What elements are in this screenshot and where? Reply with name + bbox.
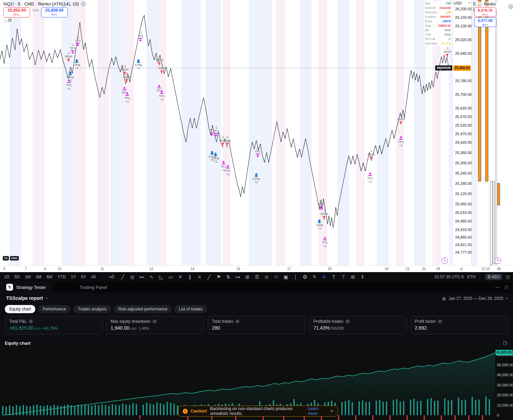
adjustment-toggle[interactable]: B-ADJ bbox=[485, 274, 502, 280]
metric-label: Total trades bbox=[212, 319, 233, 324]
short-entry-icon bbox=[224, 142, 230, 147]
equity-axis-label: 50,000.00 bbox=[497, 363, 513, 367]
marker-label: -1 bbox=[158, 63, 166, 66]
marker-label: +1 bbox=[66, 87, 72, 90]
report-tab-list-of-trades[interactable]: List of trades bbox=[174, 305, 207, 313]
calendar-icon: ▦ bbox=[442, 296, 446, 301]
minimize-panel-icon[interactable]: — bbox=[495, 285, 499, 290]
idea-icon[interactable]: ☉ bbox=[273, 274, 279, 280]
volume-profile-icon[interactable]: ‖ bbox=[360, 274, 365, 280]
tab-trading-panel[interactable]: Trading Panel bbox=[80, 282, 107, 293]
info-icon[interactable]: i bbox=[438, 319, 442, 323]
date-range-picker[interactable]: ▦ Jan 27, 2025 — Dec 26, 2025 ▾ bbox=[442, 296, 508, 301]
expand-chart-icon[interactable]: ◳ bbox=[503, 340, 508, 345]
fib-retracement-icon[interactable]: ≡ bbox=[197, 274, 202, 280]
trade-marker: -1Short bbox=[123, 72, 131, 84]
instant-trading-icon[interactable]: ϟ bbox=[441, 257, 448, 264]
marker-label: -1 bbox=[318, 199, 324, 202]
marker-label: Short bbox=[397, 117, 405, 121]
clock[interactable]: 01:57:35 UTC-5 bbox=[435, 275, 464, 279]
info-icon[interactable]: i bbox=[152, 319, 157, 323]
marker-label: -1 bbox=[255, 147, 261, 150]
info-row: Day MultS:1 T:1 bbox=[424, 41, 452, 46]
grid-icon[interactable]: ⊞ bbox=[245, 274, 250, 280]
vertical-line-icon[interactable]: ┆ bbox=[293, 274, 298, 280]
pin-icon[interactable]: ◎ bbox=[130, 274, 135, 280]
timeframe-5y[interactable]: 5Y bbox=[81, 275, 86, 279]
bar-counter[interactable]: ▾28 bbox=[3, 18, 14, 23]
mini-buy-button[interactable]: 6,977.00 BUY bbox=[474, 17, 496, 27]
buy-button[interactable]: 25,859.00 BUY bbox=[41, 7, 68, 17]
price-axis[interactable]: USD ▾ 26,200.0026,150.0026,100.0026,020.… bbox=[452, 0, 472, 265]
take-profit-icon bbox=[322, 236, 327, 241]
timeframe-1d[interactable]: 1D bbox=[4, 275, 9, 279]
table-icon[interactable]: ⊞ bbox=[350, 274, 356, 280]
sell-button[interactable]: 25,850.00 SELL bbox=[3, 7, 30, 17]
parallel-channel-icon[interactable]: ∥ bbox=[187, 274, 193, 280]
report-tab-equity-chart[interactable]: Equity chart bbox=[5, 305, 35, 313]
take-profit-icon bbox=[368, 172, 372, 176]
report-tab-risk-adjusted-performance[interactable]: Risk-adjusted performance bbox=[114, 305, 172, 313]
tab-strategy-tester[interactable]: ↯ Strategy Tester bbox=[0, 282, 52, 293]
session-type[interactable]: ETH bbox=[467, 275, 475, 279]
restore-panel-icon[interactable]: ◳ bbox=[504, 285, 508, 290]
currency-dropdown[interactable]: USD ▾ bbox=[454, 1, 470, 7]
marker-label: TP1 bbox=[75, 39, 81, 42]
close-icon[interactable]: ✕ bbox=[330, 409, 333, 413]
secondary-chart[interactable]: E… · Renko [AT… – 6,976.75 SELL 6,977.00… bbox=[472, 0, 513, 265]
horizontal-lines-icon[interactable]: ☰ bbox=[254, 274, 260, 280]
text-icon[interactable]: T bbox=[331, 274, 337, 280]
wave-line-icon[interactable]: ∿ bbox=[149, 274, 154, 280]
timeframe-3m[interactable]: 3M bbox=[36, 275, 41, 279]
brush-icon[interactable]: ✎ bbox=[312, 274, 317, 280]
report-title-row[interactable]: TSScalpe report ▾ bbox=[6, 295, 47, 301]
timeframe-all[interactable]: All bbox=[91, 275, 96, 279]
measure-icon[interactable]: ⊶ bbox=[235, 274, 241, 280]
drag-handle-icon[interactable]: ⠿ bbox=[110, 274, 116, 280]
info-label: Stop bbox=[425, 24, 431, 28]
triangle-pattern-icon[interactable]: ◺ bbox=[158, 274, 164, 280]
circle-icon[interactable]: ⊙ bbox=[264, 274, 269, 280]
time-axis[interactable]: 5791011121416171819212324◎11:1028 bbox=[0, 265, 513, 272]
collapse-legend-icon[interactable]: – bbox=[81, 1, 86, 7]
info-label: BE bbox=[425, 28, 429, 33]
learn-more-link[interactable]: Learn more bbox=[308, 406, 325, 416]
long-entry-icon bbox=[213, 152, 218, 157]
rectangle-icon[interactable]: ▭ bbox=[168, 274, 173, 280]
info-icon[interactable]: i bbox=[345, 319, 350, 323]
marker-label: -1 bbox=[367, 149, 375, 153]
collapse-legend-icon[interactable]: – bbox=[508, 4, 513, 9]
horizontal-ray-icon[interactable]: ⊷ bbox=[139, 274, 145, 280]
price-axis-label: 24,910.00 bbox=[455, 228, 472, 232]
trend-line-icon[interactable]: ╱ bbox=[120, 274, 125, 280]
instant-trading-icon[interactable]: ϟ bbox=[494, 257, 501, 264]
info-icon[interactable]: i bbox=[235, 319, 240, 323]
caution-toast: ! Caution! Backtesting on non-standard c… bbox=[178, 406, 338, 417]
mini-sell-button[interactable]: 6,976.75 SELL bbox=[474, 7, 496, 17]
remove-drawing-icon[interactable]: ✕ bbox=[178, 274, 183, 280]
star-pin-icon[interactable]: ✪ bbox=[302, 274, 308, 280]
info-value: -/- bbox=[448, 37, 451, 41]
metric-label: Profit factor bbox=[415, 319, 436, 324]
fullscreen-icon[interactable]: ◳ bbox=[506, 275, 510, 279]
info-label: Day bbox=[425, 1, 430, 6]
price-axis-label: 25,010.00 bbox=[455, 211, 472, 215]
flag-icon[interactable]: ⚑ bbox=[216, 274, 221, 280]
ray-icon[interactable]: ╱ bbox=[206, 274, 212, 280]
price-chart[interactable]: -1Short-1TP1-1TP1Long+1Long+1TP1+1-1Shor… bbox=[0, 0, 452, 265]
timeframe-ytd[interactable]: YTD bbox=[58, 275, 66, 279]
image-icon[interactable]: ▣ bbox=[283, 274, 289, 280]
scale-reset-icon[interactable]: ◎ bbox=[460, 266, 463, 271]
timeframe-6m[interactable]: 6M bbox=[47, 275, 52, 279]
crosshair-icon[interactable]: ✛ bbox=[321, 274, 327, 280]
timeframe-1m[interactable]: 1M bbox=[25, 275, 31, 279]
marker-label: +1 bbox=[398, 144, 404, 147]
anchored-text-icon[interactable]: ⊤ bbox=[341, 274, 346, 280]
timeframe-5d[interactable]: 5D bbox=[14, 275, 20, 279]
report-tab-trades-analysis[interactable]: Trades analysis bbox=[73, 305, 111, 313]
timeframe-1y[interactable]: 1Y bbox=[71, 275, 76, 279]
info-icon[interactable]: i bbox=[29, 319, 33, 323]
marker-label: TP1 bbox=[398, 140, 404, 144]
report-tab-performance[interactable]: Performance bbox=[38, 305, 71, 313]
price-range-icon[interactable]: ⇅ bbox=[225, 274, 231, 280]
